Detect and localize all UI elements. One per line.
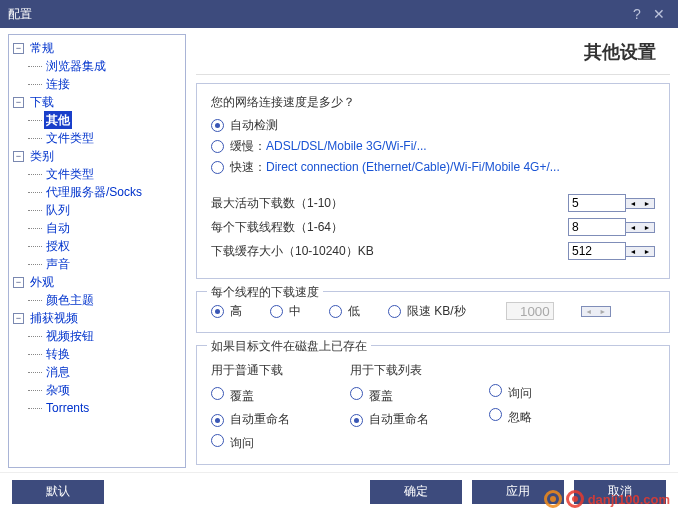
tree-browser-integration[interactable]: 浏览器集成 [11, 57, 183, 75]
radio-icon[interactable] [211, 387, 224, 400]
radio-icon[interactable] [211, 434, 224, 447]
tree-appearance[interactable]: −外观 [11, 273, 183, 291]
spin-left-icon[interactable]: ◄ [626, 199, 640, 208]
normal-autorename[interactable]: 自动重命名 [211, 411, 290, 428]
speed-limit-spinner: ◄► [581, 306, 611, 317]
spin-right-icon[interactable]: ► [640, 199, 654, 208]
buffer-input[interactable] [568, 242, 626, 260]
tree-download-filetype[interactable]: 文件类型 [11, 129, 183, 147]
speed-question: 您的网络连接速度是多少？ [211, 94, 655, 111]
radio-icon[interactable] [350, 387, 363, 400]
spin-left-icon[interactable]: ◄ [626, 223, 640, 232]
tree-general[interactable]: −常规 [11, 39, 183, 57]
normal-overwrite[interactable]: 覆盖 [211, 387, 290, 405]
radio-icon[interactable] [211, 119, 224, 132]
window-title: 配置 [8, 6, 626, 23]
list-ask[interactable]: 询问 [489, 384, 532, 402]
radio-icon[interactable] [270, 305, 283, 318]
tree-misc[interactable]: 杂项 [11, 381, 183, 399]
spin-left-icon: ◄ [582, 307, 596, 316]
group-title: 如果目标文件在磁盘上已存在 [207, 338, 371, 355]
normal-ask[interactable]: 询问 [211, 434, 290, 452]
radio-icon[interactable] [329, 305, 342, 318]
speed-high[interactable]: 高 [211, 303, 242, 320]
radio-icon[interactable] [388, 305, 401, 318]
tree-convert[interactable]: 转换 [11, 345, 183, 363]
list-autorename[interactable]: 自动重命名 [350, 411, 429, 428]
tree-cat-auto[interactable]: 自动 [11, 219, 183, 237]
tree-cat-queue[interactable]: 队列 [11, 201, 183, 219]
radio-icon[interactable] [489, 408, 502, 421]
radio-icon[interactable] [211, 161, 224, 174]
radio-icon[interactable] [211, 414, 224, 427]
tree-torrents[interactable]: Torrents [11, 399, 183, 417]
radio-icon[interactable] [211, 305, 224, 318]
help-icon[interactable]: ? [626, 3, 648, 25]
buffer-spinner[interactable]: ◄► [625, 246, 655, 257]
speed-low[interactable]: 低 [329, 303, 360, 320]
tree-download[interactable]: −下载 [11, 93, 183, 111]
group-connection-speed: 您的网络连接速度是多少？ 自动检测 缓慢：ADSL/DSL/Mobile 3G/… [196, 83, 670, 279]
tree-videobtn[interactable]: 视频按钮 [11, 327, 183, 345]
max-active-input[interactable] [568, 194, 626, 212]
group-per-thread-speed: 每个线程的下载速度 高 中 低 限速 KB/秒 ◄► [196, 291, 670, 333]
col2-head: 用于下载列表 [350, 362, 429, 379]
list-overwrite[interactable]: 覆盖 [350, 387, 429, 405]
spin-right-icon[interactable]: ► [640, 247, 654, 256]
radio-icon[interactable] [350, 414, 363, 427]
nav-tree: −常规 浏览器集成 连接 −下载 其他 文件类型 −类别 文件类型 代理服务器/… [8, 34, 186, 468]
titlebar: 配置 ? ✕ [0, 0, 678, 28]
collapse-icon[interactable]: − [13, 313, 24, 324]
close-icon[interactable]: ✕ [648, 3, 670, 25]
tree-capture[interactable]: −捕获视频 [11, 309, 183, 327]
opt-auto-detect[interactable]: 自动检测 [211, 117, 655, 134]
apply-button[interactable]: 应用 [472, 480, 564, 504]
speed-limit[interactable]: 限速 KB/秒 [388, 303, 466, 320]
group-title: 每个线程的下载速度 [207, 284, 323, 301]
tree-category[interactable]: −类别 [11, 147, 183, 165]
threads-input[interactable] [568, 218, 626, 236]
ok-button[interactable]: 确定 [370, 480, 462, 504]
spin-right-icon[interactable]: ► [640, 223, 654, 232]
max-active-spinner[interactable]: ◄► [625, 198, 655, 209]
collapse-icon[interactable]: − [13, 43, 24, 54]
spin-right-icon: ► [596, 307, 610, 316]
col1-head: 用于普通下载 [211, 362, 290, 379]
max-active-label: 最大活动下载数（1-10） [211, 195, 568, 212]
default-button[interactable]: 默认 [12, 480, 104, 504]
tree-connection[interactable]: 连接 [11, 75, 183, 93]
collapse-icon[interactable]: − [13, 277, 24, 288]
collapse-icon[interactable]: − [13, 151, 24, 162]
footer: 默认 确定 应用 取消 danji100.com [0, 472, 678, 510]
opt-fast[interactable]: 快速：Direct connection (Ethernet/Cable)/Wi… [211, 159, 655, 176]
tree-cat-proxy[interactable]: 代理服务器/Socks [11, 183, 183, 201]
cancel-button[interactable]: 取消 [574, 480, 666, 504]
list-ignore[interactable]: 忽略 [489, 408, 532, 426]
collapse-icon[interactable]: − [13, 97, 24, 108]
spin-left-icon[interactable]: ◄ [626, 247, 640, 256]
buffer-label: 下载缓存大小（10-10240）KB [211, 243, 568, 260]
tree-theme[interactable]: 颜色主题 [11, 291, 183, 309]
page-title: 其他设置 [196, 34, 670, 75]
threads-spinner[interactable]: ◄► [625, 222, 655, 233]
opt-slow[interactable]: 缓慢：ADSL/DSL/Mobile 3G/Wi-Fi/... [211, 138, 655, 155]
tree-message[interactable]: 消息 [11, 363, 183, 381]
group-file-exists: 如果目标文件在磁盘上已存在 用于普通下载 覆盖 自动重命名 询问 用于下载列表 … [196, 345, 670, 465]
radio-icon[interactable] [489, 384, 502, 397]
speed-limit-input [506, 302, 554, 320]
speed-mid[interactable]: 中 [270, 303, 301, 320]
tree-cat-filetype[interactable]: 文件类型 [11, 165, 183, 183]
threads-label: 每个下载线程数（1-64） [211, 219, 568, 236]
tree-download-other[interactable]: 其他 [11, 111, 183, 129]
tree-cat-sound[interactable]: 声音 [11, 255, 183, 273]
tree-cat-auth[interactable]: 授权 [11, 237, 183, 255]
radio-icon[interactable] [211, 140, 224, 153]
content-panel: 其他设置 您的网络连接速度是多少？ 自动检测 缓慢：ADSL/DSL/Mobil… [196, 34, 670, 468]
